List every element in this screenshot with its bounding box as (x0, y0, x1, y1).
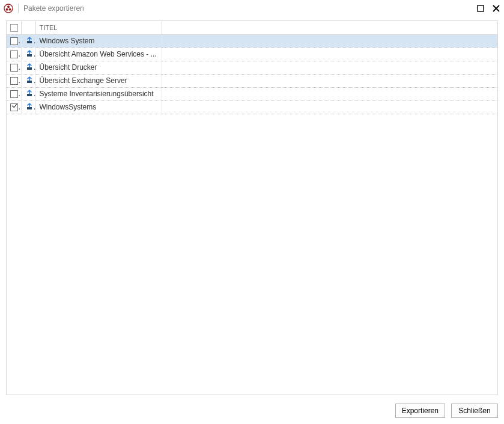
row-title-cell: Übersicht Drucker (35, 61, 162, 74)
row-title-cell: Übersicht Exchange Server (35, 74, 162, 87)
table-row[interactable]: Übersicht Exchange Server (7, 74, 497, 87)
row-icon-cell (21, 87, 35, 100)
titlebar-divider (18, 4, 19, 13)
close-icon[interactable] (492, 4, 500, 13)
app-icon (4, 4, 13, 13)
select-all-checkbox[interactable] (10, 24, 18, 32)
package-icon (25, 36, 34, 46)
packages-table: TITEL Windows SystemÜbersicht Amazon Web… (7, 21, 497, 114)
row-empty-cell (162, 34, 497, 48)
row-checkbox[interactable] (10, 37, 18, 45)
row-checkbox[interactable] (10, 64, 18, 72)
header-title-cell[interactable]: TITEL (35, 21, 162, 34)
footer: Exportieren Schließen (395, 404, 498, 418)
row-checkbox-cell (7, 74, 21, 87)
export-button[interactable]: Exportieren (395, 404, 445, 418)
package-icon (25, 49, 34, 60)
package-icon (25, 89, 34, 99)
table-row[interactable]: Übersicht Drucker (7, 61, 497, 74)
row-title-cell: WindowsSystems (35, 100, 162, 114)
table-row[interactable]: WindowsSystems (7, 100, 497, 114)
row-checkbox-cell (7, 100, 21, 114)
row-title-cell: Windows System (35, 34, 162, 48)
table-row[interactable]: Übersicht Amazon Web Services - ... (7, 48, 497, 61)
header-empty-cell (162, 21, 497, 34)
svg-point-0 (4, 4, 13, 13)
row-checkbox-cell (7, 61, 21, 74)
row-title-cell: Übersicht Amazon Web Services - ... (35, 48, 162, 61)
row-checkbox[interactable] (10, 103, 18, 111)
svg-point-2 (6, 8, 8, 11)
svg-point-3 (9, 8, 11, 11)
row-icon-cell (21, 48, 35, 61)
package-icon (25, 102, 34, 112)
package-icon (25, 76, 34, 86)
table-row[interactable]: Windows System (7, 34, 497, 48)
header-checkbox-cell (7, 21, 21, 34)
row-empty-cell (162, 74, 497, 87)
window-controls (476, 4, 500, 13)
table-container: TITEL Windows SystemÜbersicht Amazon Web… (6, 20, 498, 395)
svg-point-1 (7, 5, 10, 8)
table-row[interactable]: Systeme Inventarisierungsübersicht (7, 87, 497, 100)
window-title: Pakete exportieren (23, 4, 476, 13)
svg-rect-4 (478, 5, 484, 11)
row-checkbox-cell (7, 48, 21, 61)
row-checkbox-cell (7, 34, 21, 48)
row-icon-cell (21, 74, 35, 87)
row-empty-cell (162, 100, 497, 114)
titlebar: Pakete exportieren (0, 0, 504, 17)
row-title-cell: Systeme Inventarisierungsübersicht (35, 87, 162, 100)
row-icon-cell (21, 34, 35, 48)
row-empty-cell (162, 61, 497, 74)
row-empty-cell (162, 48, 497, 61)
row-checkbox[interactable] (10, 90, 18, 98)
maximize-icon[interactable] (476, 4, 485, 13)
row-checkbox[interactable] (10, 77, 18, 85)
row-icon-cell (21, 61, 35, 74)
header-icon-cell (21, 21, 35, 34)
row-icon-cell (21, 100, 35, 114)
row-checkbox-cell (7, 87, 21, 100)
row-checkbox[interactable] (10, 51, 18, 58)
package-icon (25, 63, 34, 73)
row-empty-cell (162, 87, 497, 100)
close-button[interactable]: Schließen (451, 404, 498, 418)
